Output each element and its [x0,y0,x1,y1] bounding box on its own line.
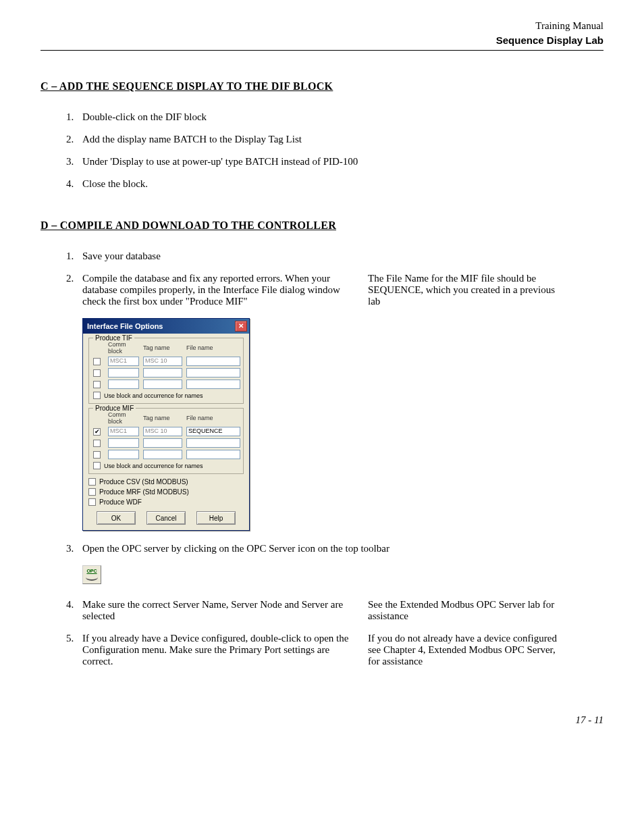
list-text: Under 'Display to use at power-up' type … [82,156,603,167]
list-number: 2. [66,273,82,284]
file-name-input[interactable] [186,380,240,389]
list-text: Open the OPC server by clicking on the O… [82,543,603,554]
use-block-label: Use block and occurrence for names [104,392,203,399]
tag-name-input[interactable] [143,380,182,389]
list-text: Close the block. [82,178,603,190]
list-item: 3. Under 'Display to use at power-up' ty… [41,156,603,167]
comm-block-input[interactable]: MSC1 [108,427,139,436]
col-header: File name [186,344,240,351]
list-item: 4. Make sure the correct Server Name, Se… [41,599,603,622]
list-text: If you already have a Device configured,… [82,633,363,667]
checkbox[interactable] [93,369,101,377]
list-number: 3. [66,543,82,554]
header-lab-title: Sequence Display Lab [41,34,603,46]
checkbox[interactable]: ✔ [93,428,101,436]
help-button[interactable]: Help [196,511,236,525]
file-name-input[interactable] [186,357,240,366]
file-name-input[interactable] [186,438,240,448]
file-name-input[interactable] [186,450,240,459]
list-number: 4. [66,178,82,190]
list-text: Double-click on the DIF block [82,111,603,123]
list-text: Save your database [82,251,603,262]
checkbox[interactable] [93,358,101,365]
comm-block-input[interactable] [108,380,139,389]
checkbox[interactable] [93,440,101,447]
header-rule [41,50,603,51]
comm-block-input[interactable] [108,368,139,377]
cancel-button[interactable]: Cancel [146,511,186,525]
group-legend: Produce TIF [93,334,134,342]
opc-swoosh-icon [86,574,98,581]
list-text: Make sure the correct Server Name, Serve… [82,599,363,622]
comm-block-input[interactable]: MSC1 [108,357,139,366]
page-number: 17 - 11 [41,714,603,726]
list-number: 1. [66,111,82,123]
side-note: The File Name for the MIF file should be… [363,273,558,307]
tag-name-input[interactable] [143,368,182,377]
tag-name-input[interactable] [143,438,182,448]
list-item: 2. Compile the database and fix any repo… [41,273,603,307]
list-text: Compile the database and fix any reporte… [82,273,363,307]
file-name-input[interactable] [186,368,240,377]
list-number: 5. [66,633,82,644]
ok-button[interactable]: OK [97,511,136,525]
list-item: 1. Double-click on the DIF block [41,111,603,123]
list-item: 5. If you already have a Device configur… [41,633,603,667]
col-header: Comm block [108,341,139,355]
col-header: Tag name [143,344,182,351]
checkbox[interactable] [93,381,101,388]
tag-name-input[interactable] [143,450,182,459]
section-d-heading: D – COMPILE AND DOWNLOAD TO THE CONTROLL… [41,219,603,232]
list-number: 3. [66,156,82,167]
file-name-input[interactable]: SEQUENCE [186,427,240,436]
checkbox[interactable] [93,392,101,399]
list-item: 4. Close the block. [41,178,603,190]
checkbox[interactable] [93,462,101,469]
comm-block-input[interactable] [108,450,139,459]
list-text: Add the display name BATCH to the Displa… [82,134,603,145]
col-header: Tag name [143,415,182,421]
produce-tif-group: Produce TIF Comm block Tag name File nam… [88,338,244,404]
interface-file-options-dialog: Interface File Options ✕ Produce TIF Com… [82,318,250,531]
produce-csv-label: Produce CSV (Std MODBUS) [99,478,188,486]
group-legend: Produce MIF [93,405,136,412]
tag-name-input[interactable]: MSC 10 [143,357,182,366]
comm-block-input[interactable] [108,438,139,448]
list-number: 2. [66,134,82,145]
col-header: Comm block [108,411,139,425]
list-number: 4. [66,599,82,610]
opc-server-icon[interactable]: OPC [82,565,101,584]
produce-mif-group: Produce MIF Comm block Tag name File nam… [88,408,244,474]
produce-mrf-label: Produce MRF (Std MODBUS) [99,488,189,496]
dialog-titlebar[interactable]: Interface File Options ✕ [83,319,249,334]
close-icon[interactable]: ✕ [235,321,247,332]
section-c-heading: C – ADD THE SEQUENCE DISPLAY TO THE DIF … [41,80,603,93]
checkbox[interactable] [88,488,96,496]
list-item: 3. Open the OPC server by clicking on th… [41,543,603,554]
checkbox[interactable] [88,498,96,506]
header-doc-type: Training Manual [41,20,603,32]
col-header: File name [186,415,240,421]
dialog-title-text: Interface File Options [87,322,163,330]
opc-icon-label: OPC [86,569,97,573]
tag-name-input[interactable]: MSC 10 [143,427,182,436]
list-item: 1. Save your database [41,251,603,262]
side-note: If you do not already have a device conf… [363,633,558,667]
side-note: See the Extended Modbus OPC Server lab f… [363,599,558,622]
list-number: 1. [66,251,82,262]
use-block-label: Use block and occurrence for names [104,463,203,469]
checkbox[interactable] [88,478,96,486]
list-item: 2. Add the display name BATCH to the Dis… [41,134,603,145]
produce-wdf-label: Produce WDF [99,498,142,506]
checkbox[interactable] [93,451,101,459]
